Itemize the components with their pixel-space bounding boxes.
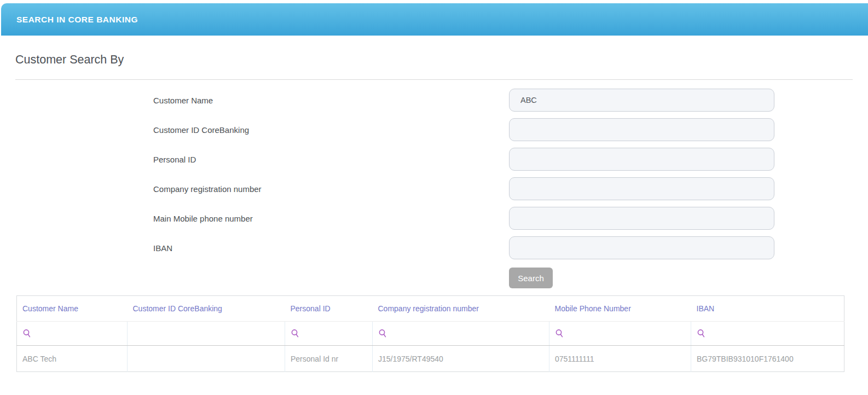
filter-row [17, 322, 844, 346]
form-row: Company registration number [0, 177, 868, 200]
header-bar: SEARCH IN CORE BANKING [1, 3, 868, 36]
cell-personal-id: Personal Id nr [285, 346, 373, 372]
table-header-row: Customer NameCustomer ID CoreBankingPers… [17, 296, 844, 322]
column-header-customer-id-corebanking[interactable]: Customer ID CoreBanking [128, 296, 285, 322]
cell-customer-name: ABC Tech [17, 346, 128, 372]
customer-id-corebanking-label: Customer ID CoreBanking [0, 125, 509, 135]
divider [15, 79, 853, 80]
filter-cell-iban[interactable] [691, 322, 844, 346]
page-title: Customer Search By [15, 53, 124, 67]
table-row[interactable]: ABC TechPersonal Id nrJ15/1975/RT4954007… [17, 346, 844, 372]
customer-name-label: Customer Name [0, 96, 509, 105]
search-form: Customer NameCustomer ID CoreBankingPers… [0, 89, 868, 266]
cell-customer-id-corebanking [128, 346, 285, 372]
search-icon [291, 329, 367, 338]
company-registration-number-label: Company registration number [0, 184, 509, 194]
iban-input[interactable] [509, 236, 774, 259]
main-mobile-phone-number-label: Main Mobile phone number [0, 214, 509, 223]
form-row: Personal ID [0, 148, 868, 171]
cell-company-registration-number: J15/1975/RT49540 [373, 346, 549, 372]
filter-cell-mobile-phone-number[interactable] [549, 322, 691, 346]
iban-label: IBAN [0, 243, 509, 253]
form-row: Main Mobile phone number [0, 207, 868, 230]
column-header-mobile-phone-number[interactable]: Mobile Phone Number [549, 296, 691, 322]
cell-mobile-phone-number: 0751111111 [549, 346, 691, 372]
results-table: Customer NameCustomer ID CoreBankingPers… [16, 295, 844, 372]
personal-id-label: Personal ID [0, 155, 509, 164]
customer-name-input[interactable] [509, 89, 774, 112]
cell-iban: BG79TBIB931010F1761400 [691, 346, 844, 372]
column-header-company-registration-number[interactable]: Company registration number [373, 296, 549, 322]
form-row: Customer Name [0, 89, 868, 112]
filter-cell-personal-id[interactable] [285, 322, 373, 346]
customer-id-corebanking-input[interactable] [509, 118, 774, 141]
company-registration-number-input[interactable] [509, 177, 774, 200]
filter-cell-customer-name[interactable] [17, 322, 128, 346]
search-icon [378, 329, 543, 338]
filter-cell-customer-id-corebanking [128, 322, 285, 346]
search-icon [22, 329, 121, 338]
main-mobile-phone-number-input[interactable] [509, 207, 774, 230]
personal-id-input[interactable] [509, 148, 774, 171]
filter-cell-company-registration-number[interactable] [373, 322, 549, 346]
search-button[interactable]: Search [509, 268, 553, 288]
column-header-iban[interactable]: IBAN [691, 296, 844, 322]
column-header-customer-name[interactable]: Customer Name [17, 296, 128, 322]
form-row: Customer ID CoreBanking [0, 118, 868, 141]
search-icon [697, 329, 838, 338]
app-title: SEARCH IN CORE BANKING [16, 15, 138, 25]
form-row: IBAN [0, 236, 868, 259]
column-header-personal-id[interactable]: Personal ID [285, 296, 373, 322]
search-icon [555, 329, 685, 338]
